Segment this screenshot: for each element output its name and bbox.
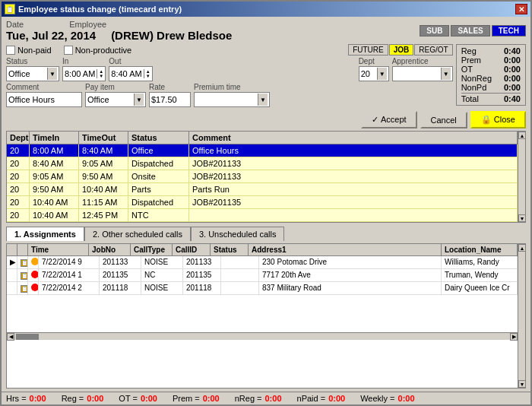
scroll-up-icon[interactable]: ▲ bbox=[518, 244, 526, 252]
non-paid-label: Non-paid bbox=[17, 46, 52, 55]
status-dot-icon bbox=[31, 271, 39, 278]
grid-cell-comment bbox=[189, 209, 518, 221]
assignments-scrollbar[interactable]: ▲ ▼ bbox=[518, 244, 525, 388]
cancel-button[interactable]: Cancel bbox=[420, 112, 467, 128]
ag-cell-icon: 📋 bbox=[17, 269, 28, 281]
action-buttons: ✓ Accept Cancel 🔒 Close bbox=[6, 111, 526, 128]
dept-field: Dept 20 ▼ bbox=[359, 57, 389, 81]
in-label: In bbox=[62, 57, 106, 65]
apprentice-arrow-icon[interactable]: ▼ bbox=[441, 68, 451, 80]
ag-cell-location: Williams, Randy bbox=[442, 256, 518, 268]
table-row[interactable]: 20 10:40 AM 11:15 AM Dispatched JOB#2011… bbox=[7, 196, 518, 209]
grid-cell-timeout: 12:45 PM bbox=[79, 209, 128, 221]
grid-cell-status: NTC bbox=[128, 209, 189, 221]
list-item[interactable]: 📋 7/22/2014 2 201118 NOISE 201118 837 Mi… bbox=[7, 282, 518, 295]
grid-cell-comment: JOB#201133 bbox=[189, 157, 518, 170]
ag-cell-address: 837 Military Road bbox=[259, 282, 442, 294]
ag-col-location: Location_Name bbox=[442, 244, 518, 255]
mode-buttons: SUB SALES TECH bbox=[420, 25, 526, 36]
tab-scheduled[interactable]: 2. Other scheduled calls bbox=[84, 227, 191, 241]
title-bar: 📋 Employee status change (timecard entry… bbox=[2, 2, 530, 17]
ag-cell-callid: 201135 bbox=[183, 269, 221, 281]
table-row[interactable]: 20 8:00 AM 8:40 AM Office Office Hours bbox=[7, 144, 518, 157]
comment-field: Comment Office Hours bbox=[6, 83, 82, 107]
status-field: Status Office ▼ bbox=[6, 57, 59, 81]
grid-cell-timein: 9:50 AM bbox=[30, 183, 79, 195]
scroll-right-icon[interactable]: ▶ bbox=[510, 333, 518, 341]
tab-assignments[interactable]: 1. Assignments bbox=[6, 227, 84, 241]
list-item[interactable]: ▶ 📋 7/22/2014 9 201133 NOISE 201133 230 … bbox=[7, 256, 518, 269]
horiz-scrollbar[interactable]: ◀ ▶ bbox=[7, 332, 518, 340]
out-value: 8:40 AM bbox=[109, 69, 143, 78]
ag-cell-callid: 201133 bbox=[183, 256, 221, 268]
out-spinner[interactable]: ▲ ▼ bbox=[144, 69, 152, 78]
scroll-down-icon[interactable]: ▼ bbox=[518, 214, 526, 222]
rate-label: Rate bbox=[149, 83, 191, 91]
future-button[interactable]: FUTURE bbox=[348, 44, 388, 56]
grid-cell-timeout: 8:40 AM bbox=[79, 144, 128, 157]
scroll-left-icon[interactable]: ◀ bbox=[7, 333, 14, 341]
non-productive-checkbox[interactable] bbox=[64, 46, 73, 55]
ot-value: 0:00 bbox=[498, 65, 521, 74]
out-label: Out bbox=[109, 57, 152, 65]
grid-cell-timein: 8:40 AM bbox=[30, 157, 79, 170]
ag-col-time: Time bbox=[28, 244, 89, 255]
window-close-button[interactable]: ✕ bbox=[515, 4, 527, 14]
ag-cell-dot bbox=[28, 256, 39, 268]
dept-dropdown[interactable]: 20 ▼ bbox=[359, 66, 389, 81]
ag-cell-address: 7717 20th Ave bbox=[259, 269, 442, 281]
list-item[interactable]: 📋 7/22/2014 1 201135 NC 201135 7717 20th… bbox=[7, 269, 518, 282]
npaid-value: 0:00 bbox=[328, 394, 345, 403]
status-dot-icon bbox=[31, 258, 39, 265]
grid-cell-dept: 20 bbox=[7, 157, 30, 170]
in-spinner[interactable]: ▲ ▼ bbox=[97, 69, 105, 78]
status-dropdown[interactable]: Office ▼ bbox=[6, 66, 59, 81]
tech-button[interactable]: TECH bbox=[492, 25, 526, 36]
rate-input[interactable]: $17.50 bbox=[149, 92, 191, 107]
table-row[interactable]: 20 9:50 AM 10:40 AM Parts Parts Run bbox=[7, 183, 518, 196]
table-row[interactable]: 20 9:05 AM 9:50 AM Onsite JOB#201133 bbox=[7, 170, 518, 183]
grid-cell-timeout: 11:15 AM bbox=[79, 196, 128, 208]
in-down-icon[interactable]: ▼ bbox=[98, 74, 104, 78]
ag-col-status: Status bbox=[211, 244, 249, 255]
premium-time-arrow-icon[interactable]: ▼ bbox=[258, 94, 268, 106]
regot-button[interactable]: REG/OT bbox=[414, 44, 452, 56]
premium-time-dropdown[interactable]: ▼ bbox=[194, 92, 270, 107]
non-paid-checkbox-item: Non-paid bbox=[6, 46, 52, 55]
sub-button[interactable]: SUB bbox=[420, 25, 449, 36]
grid-body: 20 8:00 AM 8:40 AM Office Office Hours 2… bbox=[7, 144, 518, 222]
non-paid-checkbox[interactable] bbox=[6, 46, 15, 55]
sales-button[interactable]: SALES bbox=[451, 25, 489, 36]
payitem-arrow-icon[interactable]: ▼ bbox=[134, 94, 144, 106]
scroll-down-icon[interactable]: ▼ bbox=[518, 380, 526, 388]
close-button[interactable]: 🔒 Close bbox=[470, 111, 526, 128]
grid-scrollbar[interactable]: ▲ ▼ bbox=[518, 132, 525, 222]
timecard-grid: Dept TimeIn TimeOut Status Comment 20 8:… bbox=[6, 131, 526, 223]
accept-button[interactable]: ✓ Accept bbox=[361, 111, 416, 128]
scroll-thumb[interactable] bbox=[16, 334, 39, 340]
comment-input[interactable]: Office Hours bbox=[6, 92, 82, 107]
table-row[interactable]: 20 8:40 AM 9:05 AM Dispatched JOB#201133 bbox=[7, 157, 518, 170]
out-down-icon[interactable]: ▼ bbox=[145, 74, 151, 78]
grid-cell-dept: 20 bbox=[7, 196, 30, 208]
non-productive-checkbox-item: Non-productive bbox=[64, 46, 132, 55]
dept-arrow-icon[interactable]: ▼ bbox=[377, 68, 387, 80]
status-arrow-icon[interactable]: ▼ bbox=[47, 68, 57, 80]
grid-cell-status: Onsite bbox=[128, 170, 189, 182]
hrs-label: Hrs = bbox=[6, 394, 27, 403]
total-value: 0:40 bbox=[498, 94, 521, 103]
scroll-up-icon[interactable]: ▲ bbox=[518, 132, 526, 139]
prem-label: Prem = bbox=[173, 394, 200, 403]
top-bar: Date Employee Tue, Jul 22, 2014 (DREW) D… bbox=[6, 20, 526, 42]
tab-unscheduled[interactable]: 3. Unscheduled calls bbox=[191, 227, 285, 241]
nonreg-value: 0:00 bbox=[498, 74, 521, 83]
ag-cell-arrow bbox=[7, 269, 17, 281]
nonpd-label: NonPd bbox=[461, 83, 487, 92]
payitem-dropdown[interactable]: Office ▼ bbox=[85, 92, 146, 107]
premium-time-label: Premium time bbox=[194, 83, 270, 91]
table-row[interactable]: 20 10:40 AM 12:45 PM NTC bbox=[7, 209, 518, 222]
grid-cell-dept: 20 bbox=[7, 209, 30, 221]
job-button[interactable]: JOB bbox=[389, 44, 414, 56]
grid-cell-dept: 20 bbox=[7, 170, 30, 182]
apprentice-dropdown[interactable]: ▼ bbox=[392, 66, 453, 81]
